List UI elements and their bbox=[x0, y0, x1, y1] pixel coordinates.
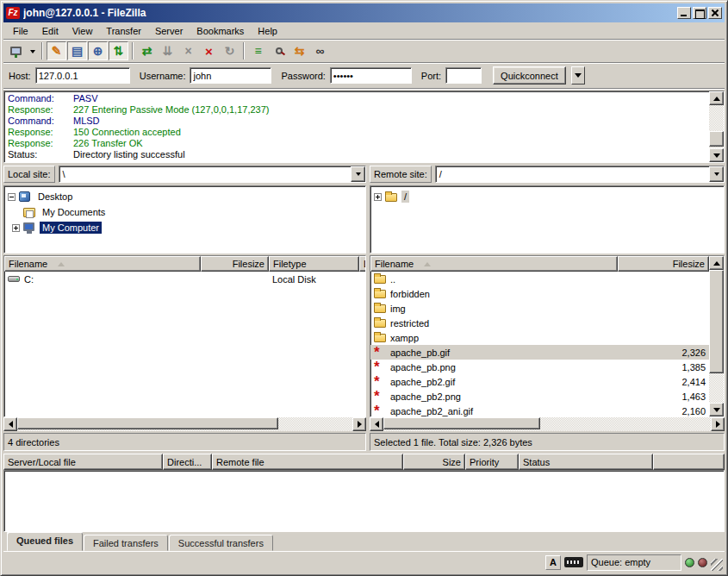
column-header-filesize[interactable]: Filesize bbox=[618, 256, 709, 272]
quickconnect-button[interactable]: Quickconnect bbox=[493, 66, 566, 85]
file-row[interactable]: forbidden bbox=[370, 286, 709, 301]
column-header-filesize[interactable]: Filesize bbox=[201, 256, 269, 272]
remote-site-dropdown-button[interactable] bbox=[709, 166, 724, 182]
column-header-priority[interactable]: Priority bbox=[465, 454, 519, 470]
remote-vertical-scrollbar[interactable] bbox=[709, 256, 724, 416]
file-row[interactable]: xampp bbox=[370, 330, 709, 345]
binoculars-icon: ∞ bbox=[316, 44, 325, 58]
password-input[interactable] bbox=[330, 67, 412, 84]
tree-item-root[interactable]: / bbox=[370, 189, 724, 204]
remote-site-combo[interactable]: / bbox=[435, 166, 725, 183]
scroll-left-button[interactable] bbox=[370, 417, 383, 431]
menu-bookmarks[interactable]: Bookmarks bbox=[190, 24, 250, 38]
scroll-up-button[interactable] bbox=[709, 91, 724, 105]
collapse-icon[interactable] bbox=[8, 193, 16, 201]
queue-list[interactable] bbox=[3, 470, 725, 532]
scrollbar-thumb[interactable] bbox=[383, 417, 540, 429]
window-title: john@127.0.0.1 - FileZilla bbox=[23, 7, 675, 19]
cancel-operation-button[interactable]: × bbox=[178, 41, 198, 60]
file-row[interactable]: *apache_pb.png 1,385 bbox=[370, 360, 709, 374]
scrollbar-thumb[interactable] bbox=[709, 131, 724, 147]
scroll-right-button[interactable] bbox=[352, 417, 366, 431]
disconnect-icon: × bbox=[205, 44, 213, 59]
tab-successful-transfers[interactable]: Successful transfers bbox=[169, 535, 273, 551]
local-horizontal-scrollbar[interactable] bbox=[3, 417, 366, 431]
scrollbar-thumb[interactable] bbox=[709, 270, 724, 373]
transfer-type-indicator[interactable]: A bbox=[545, 555, 561, 570]
column-header-filename[interactable]: Filename bbox=[370, 256, 618, 272]
scrollbar-track[interactable] bbox=[709, 105, 724, 148]
reconnect-button[interactable]: ↻ bbox=[220, 41, 240, 60]
file-row[interactable]: restricted bbox=[370, 316, 709, 330]
column-header-remote-file[interactable]: Remote file bbox=[212, 454, 403, 470]
scroll-down-button[interactable] bbox=[709, 403, 724, 416]
site-manager-button[interactable] bbox=[6, 41, 26, 60]
column-header-filename[interactable]: Filename bbox=[4, 256, 201, 272]
scrollbar-track[interactable] bbox=[709, 270, 724, 403]
column-header-server-local-file[interactable]: Server/Local file bbox=[3, 454, 163, 470]
tab-queued-files[interactable]: Queued files bbox=[7, 532, 83, 551]
column-header-status[interactable]: Status bbox=[519, 454, 653, 470]
local-site-combo[interactable]: \ bbox=[59, 166, 366, 183]
username-input[interactable] bbox=[190, 67, 271, 84]
maximize-button[interactable] bbox=[693, 7, 706, 19]
find-files-button[interactable]: ∞ bbox=[310, 41, 330, 60]
synchronized-browsing-button[interactable]: ⇆ bbox=[289, 41, 309, 60]
tree-item-my-computer[interactable]: My Computer bbox=[4, 220, 365, 235]
toggle-remote-treeview-button[interactable]: ⊕ bbox=[88, 41, 108, 60]
menu-view[interactable]: View bbox=[66, 24, 99, 38]
scrollbar-track[interactable] bbox=[17, 417, 352, 431]
column-header-size[interactable]: Size bbox=[403, 454, 465, 470]
resize-grip[interactable] bbox=[711, 559, 723, 571]
toggle-local-treeview-button[interactable]: ▤ bbox=[67, 41, 87, 60]
menu-file[interactable]: File bbox=[7, 24, 34, 38]
close-button[interactable] bbox=[708, 7, 722, 19]
title-bar[interactable]: Fz john@127.0.0.1 - FileZilla bbox=[3, 3, 725, 22]
toggle-transfer-queue-button[interactable]: ⇅ bbox=[109, 41, 128, 60]
file-row[interactable]: .. bbox=[370, 272, 709, 286]
local-site-dropdown-button[interactable] bbox=[351, 166, 365, 182]
process-queue-button[interactable]: ⇊ bbox=[158, 41, 177, 60]
file-row-c-drive[interactable]: C: Local Disk bbox=[4, 272, 365, 286]
disconnect-button[interactable]: × bbox=[199, 41, 219, 60]
minimize-button[interactable] bbox=[677, 7, 691, 19]
file-row[interactable]: *apache_pb2.png 1,463 bbox=[370, 389, 709, 404]
scrollbar-track[interactable] bbox=[383, 417, 711, 431]
file-row[interactable]: *apache_pb2.gif 2,414 bbox=[370, 374, 709, 389]
file-row-selected[interactable]: *apache_pb.gif 2,326 bbox=[370, 345, 709, 360]
host-input[interactable] bbox=[35, 67, 130, 84]
expand-icon[interactable] bbox=[374, 193, 382, 201]
expand-icon[interactable] bbox=[12, 224, 20, 232]
directory-comparison-button[interactable]: ≡ bbox=[248, 41, 268, 60]
scroll-down-button[interactable] bbox=[709, 148, 724, 162]
column-header-direction[interactable]: Directi... bbox=[163, 454, 212, 470]
tree-item-desktop[interactable]: Desktop bbox=[4, 189, 365, 204]
quickconnect-bar: Host: Username: Password: Port: Quickcon… bbox=[3, 63, 725, 89]
port-input[interactable] bbox=[445, 67, 482, 84]
toggle-message-log-button[interactable]: ✎ bbox=[47, 41, 66, 60]
quickconnect-dropdown-button[interactable] bbox=[571, 66, 585, 85]
file-row[interactable]: img bbox=[370, 301, 709, 316]
column-header-lastmodified[interactable]: L bbox=[359, 256, 366, 272]
filter-button[interactable] bbox=[269, 41, 289, 60]
menu-server[interactable]: Server bbox=[149, 24, 189, 38]
tree-item-my-documents[interactable]: My Documents bbox=[4, 204, 365, 220]
disk-drive-icon bbox=[8, 273, 22, 285]
tab-failed-transfers[interactable]: Failed transfers bbox=[84, 535, 168, 551]
directory-comparison-icon: ≡ bbox=[254, 44, 261, 58]
local-tree: Desktop My Documents My Computer bbox=[3, 185, 366, 254]
file-row[interactable]: *apache_pb2_ani.gif 2,160 bbox=[370, 404, 709, 416]
menu-transfer[interactable]: Transfer bbox=[100, 24, 147, 38]
maximize-icon bbox=[694, 8, 706, 18]
scrollbar-thumb[interactable] bbox=[17, 417, 278, 429]
column-header-filetype[interactable]: Filetype bbox=[269, 256, 359, 272]
log-vertical-scrollbar[interactable] bbox=[709, 91, 724, 162]
scroll-left-button[interactable] bbox=[3, 417, 17, 431]
scroll-right-button[interactable] bbox=[711, 417, 725, 431]
remote-horizontal-scrollbar[interactable] bbox=[370, 417, 725, 431]
menu-help[interactable]: Help bbox=[252, 24, 283, 38]
scroll-up-button[interactable] bbox=[709, 256, 724, 270]
site-manager-dropdown-button[interactable] bbox=[27, 41, 38, 60]
menu-edit[interactable]: Edit bbox=[36, 24, 65, 38]
refresh-button[interactable]: ⇄ bbox=[137, 41, 157, 60]
